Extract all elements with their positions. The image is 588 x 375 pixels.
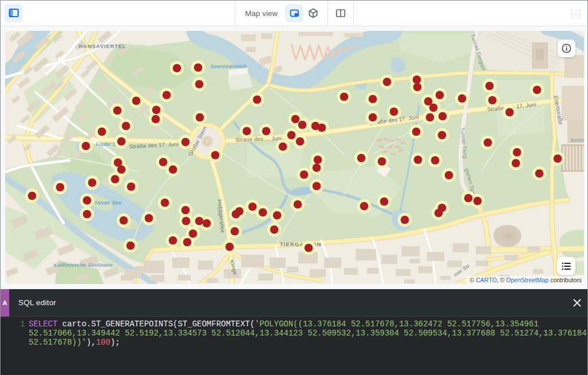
svg-text:Behre: Behre bbox=[571, 137, 584, 143]
svg-text:Kalifornische Seelöwen: Kalifornische Seelöwen bbox=[53, 262, 112, 268]
svg-text:Fauler S: Fauler S bbox=[96, 141, 116, 147]
svg-text:HANSAVIERTEL: HANSAVIERTEL bbox=[79, 43, 127, 49]
svg-text:Seerosenteich: Seerosenteich bbox=[210, 63, 246, 69]
svg-text:Neuer See: Neuer See bbox=[94, 199, 121, 206]
